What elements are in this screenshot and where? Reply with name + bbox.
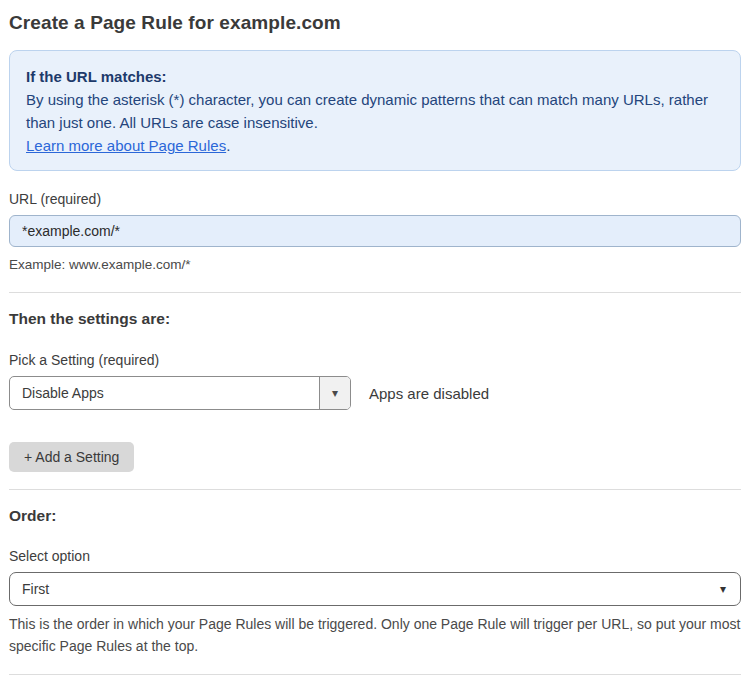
- chevron-down-icon: ▾: [720, 582, 726, 596]
- order-section-heading: Order:: [9, 507, 741, 525]
- url-input[interactable]: [9, 215, 741, 247]
- info-box-body: By using the asterisk (*) character, you…: [26, 88, 724, 134]
- learn-more-link[interactable]: Learn more about Page Rules: [26, 137, 226, 154]
- divider: [9, 489, 741, 490]
- order-select-dropdown[interactable]: First ▾: [9, 572, 741, 606]
- divider: [9, 292, 741, 293]
- url-example-text: Example: www.example.com/*: [9, 254, 741, 275]
- order-select-value: First: [22, 581, 49, 597]
- setting-picker-label: Pick a Setting (required): [9, 352, 741, 368]
- order-select-label: Select option: [9, 548, 741, 564]
- setting-picker-value: Disable Apps: [10, 377, 319, 409]
- setting-row: Disable Apps ▾ Apps are disabled: [9, 376, 741, 410]
- setting-picker-dropdown[interactable]: Disable Apps ▾: [9, 376, 351, 410]
- url-field-label: URL (required): [9, 191, 741, 207]
- order-help-text: This is the order in which your Page Rul…: [9, 613, 741, 657]
- chevron-down-icon[interactable]: ▾: [319, 377, 350, 409]
- settings-section-heading: Then the settings are:: [9, 310, 741, 328]
- add-setting-button[interactable]: + Add a Setting: [9, 442, 134, 472]
- setting-status-text: Apps are disabled: [369, 385, 489, 402]
- divider: [9, 674, 741, 675]
- page-title: Create a Page Rule for example.com: [9, 12, 741, 34]
- link-suffix: .: [226, 137, 230, 154]
- url-match-info-box: If the URL matches: By using the asteris…: [9, 50, 741, 171]
- info-box-link-line: Learn more about Page Rules.: [26, 134, 724, 157]
- create-page-rule-form: Create a Page Rule for example.com If th…: [0, 0, 750, 689]
- info-box-heading: If the URL matches:: [26, 65, 724, 88]
